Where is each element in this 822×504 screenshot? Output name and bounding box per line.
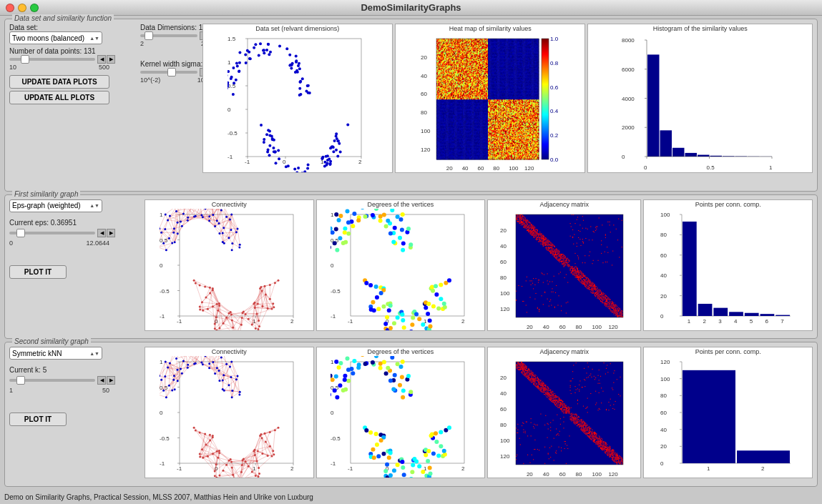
histogram-title: Histogram of the similarity values [653, 24, 748, 33]
eps-max: 12.0644 [86, 239, 109, 247]
g1-adj-title: Adjacency matrix [540, 200, 589, 209]
g2-degrees: Degrees of the vertices [316, 347, 486, 478]
k-label: Current k: 5 [9, 366, 142, 374]
g1-conn-title: Connectivity [212, 200, 247, 209]
eps-range: 0 12.0644 [9, 239, 109, 247]
num-points-label: Number of data points: 131 [9, 47, 134, 55]
footer: Demo on Similarity Graphs, Practical Ses… [0, 490, 822, 504]
k-track[interactable] [9, 379, 95, 382]
k-min: 1 [9, 387, 13, 394]
scatter-canvas [227, 33, 367, 172]
num-points-right[interactable]: ▶ [107, 55, 115, 64]
close-button[interactable] [6, 4, 14, 12]
dataset-label: Data set: [9, 24, 134, 31]
footer-text: Demo on Similarity Graphs, Practical Ses… [4, 493, 313, 501]
dataset-value: Two moons (balanced) [12, 34, 84, 42]
eps-left[interactable]: ◀ [97, 229, 106, 237]
g2-ppc-canvas [660, 356, 796, 478]
g1-ppc-title: Points per conn. comp. [695, 200, 761, 209]
eps-right[interactable]: ▶ [107, 229, 115, 237]
graph2-select[interactable]: Symmetric kNN ▲▼ [9, 347, 102, 360]
graph2-controls: Symmetric kNN ▲▼ Current k: 5 ◀ ▶ 1 [9, 347, 142, 426]
g2-adj-canvas [500, 356, 629, 478]
histogram-plot: Histogram of the similarity values [587, 24, 813, 173]
update-data-btn[interactable]: UPDATE DATA PLOTS [9, 75, 109, 89]
app-title: DemoSimilarityGraphs [361, 2, 461, 13]
minimize-button[interactable] [18, 4, 26, 12]
graph2-section: Second similarity graph Symmetric kNN ▲▼… [4, 342, 818, 487]
num-points-slider-row: ◀ ▶ [9, 55, 134, 64]
graph2-plots: Connectivity Degrees of the vertices Adj… [145, 347, 813, 478]
title-bar: DemoSimilarityGraphs [0, 0, 822, 16]
k-range: 1 50 [9, 387, 109, 394]
g1-deg-title: Degrees of the vertices [368, 200, 434, 209]
data-controls: Data set: Two moons (balanced) ▲▼ Number… [9, 24, 200, 104]
g2-deg-canvas [331, 356, 470, 478]
graph1-type: Eps-graph (weighted) [12, 202, 81, 209]
eps-slider-row: ◀ ▶ [9, 229, 142, 237]
dataset-select[interactable]: Two moons (balanced) ▲▼ [9, 31, 102, 44]
g2-ppc: Points per conn. comp. [643, 347, 813, 478]
scatter-title: Data set (relvant dimensions) [255, 24, 339, 33]
kernel-track[interactable] [140, 71, 197, 74]
g2-connectivity: Connectivity [145, 347, 314, 478]
eps-label: Current eps: 0.36951 [9, 219, 142, 227]
k-thumb[interactable] [16, 376, 25, 385]
g1-conn-canvas [160, 209, 299, 330]
graph2-inner: Symmetric kNN ▲▼ Current k: 5 ◀ ▶ 1 [9, 347, 813, 478]
dim-track[interactable] [140, 34, 197, 37]
num-points-track[interactable] [9, 58, 95, 61]
eps-min: 0 [9, 239, 13, 247]
g1-degrees: Degrees of the vertices [316, 199, 486, 331]
num-points-arrows[interactable]: ◀ ▶ [97, 55, 115, 64]
k-right[interactable]: ▶ [107, 376, 115, 385]
data-plots: Data set (relvant dimensions) Heat map o… [202, 24, 813, 173]
graph2-type: Symmetric kNN [12, 350, 62, 357]
num-points-thumb[interactable] [21, 55, 29, 64]
data-two-col: Data set: Two moons (balanced) ▲▼ Number… [9, 24, 200, 104]
data-section-inner: Data set: Two moons (balanced) ▲▼ Number… [9, 24, 813, 173]
g2-adjacency: Adjacency matrix [487, 347, 641, 478]
g2-ppc-title: Points per conn. comp. [695, 347, 761, 356]
k-left[interactable]: ◀ [97, 376, 106, 385]
main-content: Data set and similarity function Data se… [0, 16, 822, 490]
window-controls[interactable] [6, 4, 39, 12]
eps-thumb[interactable] [16, 229, 25, 237]
select-arrows: ▲▼ [89, 36, 99, 41]
maximize-button[interactable] [30, 4, 39, 12]
graph1-select[interactable]: Eps-graph (weighted) ▲▼ [9, 199, 102, 212]
g1-adjacency: Adjacency matrix [487, 199, 641, 331]
num-points-max: 500 [99, 64, 109, 71]
heatmap-title: Heat map of similarity values [449, 24, 532, 33]
histogram-canvas [622, 33, 779, 172]
g2-deg-title: Degrees of the vertices [368, 347, 434, 356]
g1-connectivity: Connectivity [145, 199, 314, 331]
update-all-btn[interactable]: UPDATE ALL PLOTS [9, 91, 109, 104]
g2-adj-title: Adjacency matrix [540, 347, 589, 356]
eps-arrows[interactable]: ◀ ▶ [97, 229, 115, 237]
graph2-arrows: ▲▼ [89, 351, 99, 356]
heatmap-canvas [421, 33, 560, 172]
k-arrows[interactable]: ◀ ▶ [97, 376, 115, 385]
data-section-label: Data set and similarity function [12, 14, 114, 22]
eps-track[interactable] [9, 232, 95, 234]
graph1-plot-btn[interactable]: PLOT IT [9, 265, 67, 279]
num-points-min: 10 [9, 64, 16, 71]
g1-deg-canvas [331, 209, 470, 330]
num-points-left[interactable]: ◀ [97, 55, 106, 64]
graph1-section: First similarity graph Eps-graph (weight… [4, 194, 818, 340]
dim-min: 2 [140, 40, 144, 47]
data-scatter-plot: Data set (relvant dimensions) [202, 24, 393, 173]
g2-conn-canvas [160, 356, 299, 478]
num-points-range: 10 500 [9, 64, 109, 71]
g2-conn-title: Connectivity [212, 347, 247, 356]
graph1-label: First similarity graph [12, 190, 80, 198]
graph2-plot-btn[interactable]: PLOT IT [9, 412, 67, 426]
data-section: Data set and similarity function Data se… [4, 19, 818, 192]
graph1-plots: Connectivity Degrees of the vertices Adj… [145, 199, 813, 331]
graph1-arrows: ▲▼ [89, 203, 99, 208]
dim-thumb[interactable] [145, 31, 153, 40]
kernel-thumb[interactable] [167, 68, 176, 76]
graph1-controls: Eps-graph (weighted) ▲▼ Current eps: 0.3… [9, 199, 142, 279]
data-col1: Data set: Two moons (balanced) ▲▼ Number… [9, 24, 134, 104]
